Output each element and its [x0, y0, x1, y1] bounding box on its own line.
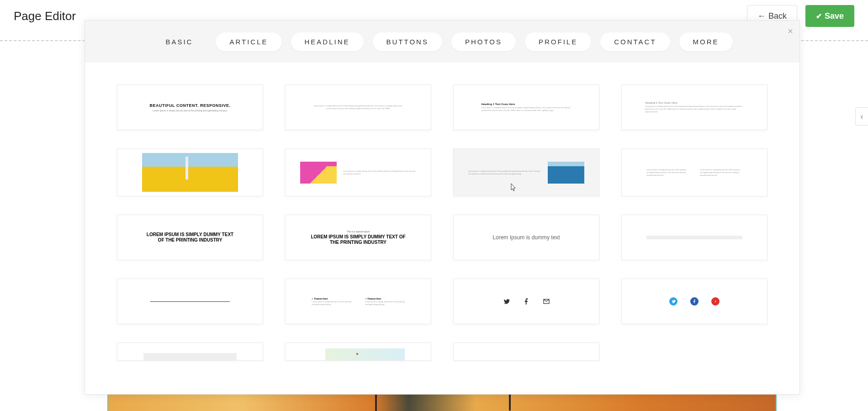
snippet-title-text[interactable]: BEAUTIFUL CONTENT. RESPONSIVE. Lorem ips… [117, 84, 263, 130]
check-icon: ✔ [816, 12, 822, 21]
feature-title: Feature Item [312, 297, 351, 300]
divider-line [150, 301, 230, 302]
image-placeholder-icon [300, 162, 337, 184]
thumb-paragraph: Lorem ipsum is simply dummy text of the … [313, 105, 403, 110]
snippet-tag-headline[interactable]: This is a special report LOREM IPSUM IS … [285, 215, 431, 260]
snippet-paragraph-center[interactable]: Lorem ipsum is simply dummy text of the … [285, 84, 431, 130]
snippet-social-color[interactable] [621, 279, 767, 324]
feature-text: Lorem ipsum is simply dummy text of the … [365, 300, 405, 306]
snippets-modal: × BASIC ARTICLE HEADLINE BUTTONS PHOTOS … [85, 20, 800, 395]
thumb-paragraph: Lorem ipsum is simply dummy text of the … [481, 106, 571, 112]
thumb-headline: LOREM IPSUM IS SIMPLY DUMMY TEXT OF THE … [147, 232, 234, 243]
close-icon[interactable]: × [788, 26, 793, 37]
arrow-left-icon: ← [757, 11, 766, 21]
thumb-heading: Heading 2 Text Goes Here [645, 101, 744, 104]
tab-basic[interactable]: BASIC [152, 32, 206, 51]
thumb-col2: Lorem ipsum is simply dummy text of the … [700, 169, 742, 177]
twitter-icon [669, 297, 677, 306]
tab-more[interactable]: MORE [679, 32, 733, 51]
map-placeholder-icon [312, 348, 405, 360]
page-title: Page Editor [14, 9, 76, 23]
thumb-headline: LOREM IPSUM IS SIMPLY DUMMY TEXT OF THE … [309, 234, 408, 245]
snippet-image-full[interactable] [117, 148, 263, 196]
tab-buttons[interactable]: BUTTONS [373, 32, 442, 51]
snippet-gray-block[interactable] [117, 342, 263, 361]
feature-text: Lorem ipsum is simply dummy text of the … [312, 300, 351, 306]
image-placeholder-icon [142, 153, 238, 192]
side-panel-handle[interactable]: ‹ [855, 107, 868, 126]
save-label: Save [825, 11, 844, 21]
thumb-tag: This is a special report [309, 230, 408, 233]
snippet-image-left-text[interactable]: Lorem ipsum is simply dummy text of the … [285, 148, 431, 196]
skeleton-bar [646, 236, 742, 239]
cursor-icon [508, 183, 517, 195]
snippet-heading2-para[interactable]: Heading 2 Text Goes Here Lorem ipsum is … [621, 84, 767, 130]
snippet-map[interactable] [285, 342, 431, 361]
thumb-subtitle: Lorem ipsum is simply dummy text of the … [150, 109, 231, 112]
thumb-title: BEAUTIFUL CONTENT. RESPONSIVE. [150, 103, 231, 108]
tab-article[interactable]: ARTICLE [216, 32, 281, 51]
gray-placeholder [143, 353, 237, 360]
snippet-skeleton-bar[interactable] [621, 215, 767, 260]
snippet-light-headline[interactable]: Lorem Ipsum is dummy text [453, 215, 599, 260]
modal-tabs: × BASIC ARTICLE HEADLINE BUTTONS PHOTOS … [85, 21, 799, 63]
save-button[interactable]: ✔ Save [805, 5, 854, 27]
snippet-two-columns[interactable]: Lorem ipsum is simply dummy text of the … [621, 148, 767, 196]
snippet-blank[interactable] [453, 342, 599, 361]
feature-title: Feature Item [365, 297, 405, 300]
image-placeholder-icon [548, 162, 584, 184]
back-label: Back [768, 11, 787, 21]
youtube-icon [711, 297, 720, 306]
thumb-paragraph: Lorem ipsum is simply dummy text of the … [343, 170, 416, 175]
snippets-scroll-area[interactable]: BEAUTIFUL CONTENT. RESPONSIVE. Lorem ips… [85, 63, 799, 394]
snippets-grid: BEAUTIFUL CONTENT. RESPONSIVE. Lorem ips… [99, 84, 786, 361]
thumb-paragraph: Lorem ipsum is simply dummy text of the … [468, 170, 541, 175]
twitter-icon [503, 298, 510, 305]
snippet-bold-headline[interactable]: LOREM IPSUM IS SIMPLY DUMMY TEXT OF THE … [117, 215, 263, 260]
thumb-headline: Lorem Ipsum is dummy text [492, 234, 560, 241]
mail-icon [543, 298, 550, 305]
snippet-divider[interactable] [117, 279, 263, 324]
snippet-heading1-para[interactable]: Heading 1 Text Goes Here Lorem ipsum is … [453, 84, 599, 130]
tab-profile[interactable]: PROFILE [525, 32, 591, 51]
tab-photos[interactable]: PHOTOS [451, 32, 516, 51]
facebook-icon [690, 297, 699, 306]
thumb-heading: Heading 1 Text Goes Here [481, 103, 571, 105]
snippet-social-mono[interactable] [453, 279, 599, 324]
tab-contact[interactable]: CONTACT [600, 32, 670, 51]
thumb-paragraph: Lorem ipsum is simply dummy text of the … [645, 105, 744, 113]
tab-headline[interactable]: HEADLINE [291, 32, 364, 51]
snippet-text-image-right[interactable]: Lorem ipsum is simply dummy text of the … [453, 148, 599, 196]
thumb-col1: Lorem ipsum is simply dummy text of the … [646, 169, 689, 177]
snippet-feature-cols[interactable]: Feature Item Lorem ipsum is simply dummy… [285, 279, 431, 324]
facebook-icon [523, 298, 530, 305]
